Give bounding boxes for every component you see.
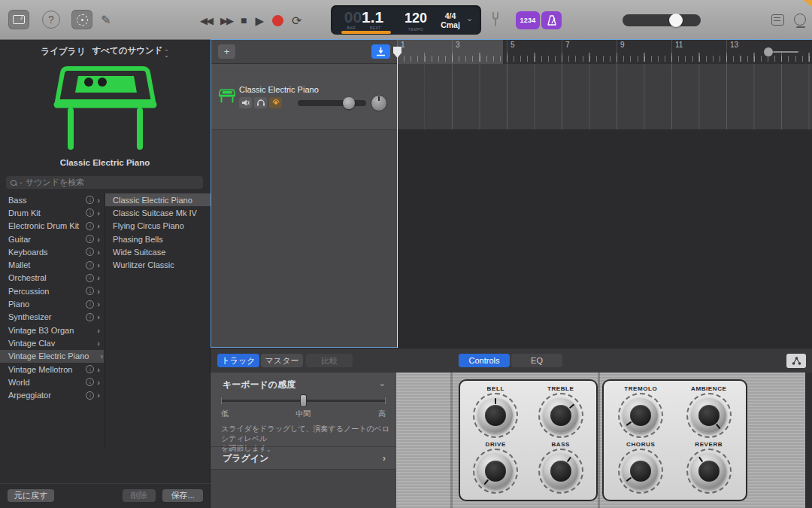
timeline[interactable]: 1 3 5 7 9 11 13 <box>397 40 812 347</box>
tab-track[interactable]: トラック <box>217 354 259 367</box>
category-row[interactable]: World ↓ › <box>0 376 104 388</box>
lcd-display[interactable]: 001.1 BAR BEAT 120 TEMPO 4/4 Cmaj ⌄ <box>331 5 481 35</box>
timeline-zoom-slider[interactable] <box>764 47 798 56</box>
tab-controls[interactable]: Controls <box>459 354 510 367</box>
category-row[interactable]: Guitar ↓ › <box>0 233 104 245</box>
category-row[interactable]: Arpeggiator ↓ › <box>0 388 104 401</box>
master-volume-slider[interactable] <box>623 14 701 26</box>
download-icon[interactable]: ↓ <box>86 196 94 204</box>
add-track-button[interactable]: + <box>218 44 235 59</box>
playhead[interactable] <box>397 47 398 348</box>
download-icon[interactable]: ↓ <box>86 378 94 386</box>
catch-playhead-button[interactable] <box>371 44 390 59</box>
control-knob[interactable] <box>686 449 732 494</box>
category-row[interactable]: Drum Kit ↓ › <box>0 206 104 219</box>
track-pan-knob[interactable] <box>371 95 387 111</box>
mute-button[interactable] <box>239 97 252 108</box>
track-volume-knob[interactable] <box>343 97 355 109</box>
control-knob[interactable] <box>473 449 518 494</box>
sensitivity-section[interactable]: キーボードの感度 ⌄ <box>211 379 396 391</box>
category-label: Drum Kit <box>8 208 86 217</box>
sensitivity-handle[interactable] <box>300 394 307 407</box>
rewind-button[interactable]: ◀◀ <box>200 16 212 26</box>
sensitivity-slider[interactable] <box>221 400 386 402</box>
chevron-down-icon[interactable]: ⌄ <box>379 379 386 391</box>
control-knob[interactable] <box>618 393 663 438</box>
patch-row[interactable]: Classic Electric Piano <box>105 193 211 206</box>
search-icon <box>11 180 17 186</box>
master-volume-knob[interactable] <box>669 14 683 27</box>
stop-button[interactable]: ■ <box>241 15 247 26</box>
library-sidebar: ライブラリ すべてのサウンド⌃⌄ Classic Electric Piano … <box>0 40 211 508</box>
tuner-button[interactable] <box>71 10 92 29</box>
bar-ruler[interactable]: 1 3 5 7 9 11 13 <box>397 40 812 64</box>
lcd-chevron-down-icon[interactable]: ⌄ <box>466 14 473 23</box>
patch-row[interactable]: Wurlitzer Classic <box>105 258 211 271</box>
category-row[interactable]: Keyboards ↓ › <box>0 245 104 258</box>
download-icon[interactable]: ↓ <box>86 235 94 243</box>
control-knob[interactable] <box>618 449 663 494</box>
category-row[interactable]: Electronic Drum Kit ↓ › <box>0 220 104 233</box>
play-button[interactable]: ▶ <box>255 15 264 26</box>
category-row[interactable]: Synthesizer ↓ › <box>0 311 104 324</box>
download-icon[interactable]: ↓ <box>86 261 94 269</box>
download-icon[interactable]: ↓ <box>86 300 94 309</box>
plugins-row[interactable]: プラグイン › <box>211 452 396 465</box>
tab-eq[interactable]: EQ <box>511 354 562 367</box>
cycle-button[interactable]: ⟳ <box>292 14 301 28</box>
download-icon[interactable]: ↓ <box>86 248 94 256</box>
patch-graph-button[interactable] <box>786 354 806 368</box>
metronome-button[interactable] <box>541 11 562 29</box>
timeline-zoom-knob[interactable] <box>764 47 773 56</box>
patch-row[interactable]: Flying Circus Piano <box>105 220 211 233</box>
track-volume-slider[interactable] <box>298 100 366 106</box>
tuning-fork-icon[interactable] <box>490 12 501 27</box>
save-button[interactable]: 保存... <box>162 489 203 502</box>
download-icon[interactable]: ↓ <box>86 313 94 321</box>
record-button[interactable] <box>272 15 283 26</box>
track-lane[interactable] <box>397 64 812 130</box>
library-filter-dropdown[interactable]: すべてのサウンド⌃⌄ <box>92 45 168 57</box>
count-in-button[interactable]: 1234 <box>516 11 540 29</box>
patch-row[interactable]: Wide Suitcase <box>105 245 211 258</box>
undo-button[interactable]: 元に戻す <box>8 489 54 502</box>
notepad-icon <box>771 14 784 26</box>
input-monitor-button[interactable] <box>269 97 282 108</box>
category-row[interactable]: Mallet ↓ › <box>0 258 104 271</box>
control-knob[interactable] <box>686 393 732 438</box>
download-icon[interactable]: ↓ <box>86 365 94 373</box>
download-icon[interactable]: ↓ <box>86 222 94 230</box>
category-row[interactable]: Vintage Mellotron ↓ › <box>0 363 104 376</box>
delete-button[interactable]: 削除 <box>123 489 156 502</box>
category-row[interactable]: Vintage Clav ↓ › <box>0 336 104 349</box>
tab-master[interactable]: マスター <box>261 354 303 367</box>
control-knob[interactable] <box>538 449 583 494</box>
control-knob[interactable] <box>538 393 583 438</box>
control-knob[interactable] <box>473 393 518 438</box>
category-row[interactable]: Piano ↓ › <box>0 297 104 310</box>
forward-button[interactable]: ▶▶ <box>220 16 232 26</box>
knob-cell: TREMOLO <box>607 385 675 440</box>
library-toggle-button[interactable] <box>8 10 29 29</box>
pencil-icon: ✎ <box>101 13 111 27</box>
category-row[interactable]: Bass ↓ › <box>0 193 104 206</box>
sound-search-field[interactable]: ⌄ サウンドを検索 <box>6 176 203 189</box>
media-browser-button[interactable] <box>770 13 785 26</box>
sensitivity-low-label: 低 <box>221 409 229 419</box>
category-row[interactable]: Percussion ↓ › <box>0 284 104 297</box>
patch-row[interactable]: Phasing Bells <box>105 233 211 245</box>
solo-button[interactable] <box>254 97 267 108</box>
category-row[interactable]: Vintage B3 Organ ↓ › <box>0 324 104 336</box>
patch-row[interactable]: Classic Suitcase Mk IV <box>105 206 211 219</box>
download-icon[interactable]: ↓ <box>86 391 94 400</box>
empty-lane-area[interactable] <box>397 131 812 348</box>
category-row[interactable]: Orchestral ↓ › <box>0 272 104 284</box>
download-icon[interactable]: ↓ <box>86 208 94 217</box>
download-icon[interactable]: ↓ <box>86 287 94 295</box>
quick-help-button[interactable]: ? <box>42 11 60 29</box>
category-row[interactable]: Vintage Electric Piano ↓ › <box>0 350 104 363</box>
edit-pencil-button[interactable]: ✎ <box>98 11 114 29</box>
loop-browser-button[interactable] <box>792 12 808 27</box>
download-icon[interactable]: ↓ <box>86 274 94 282</box>
track-header[interactable]: Classic Electric Piano <box>211 64 397 130</box>
